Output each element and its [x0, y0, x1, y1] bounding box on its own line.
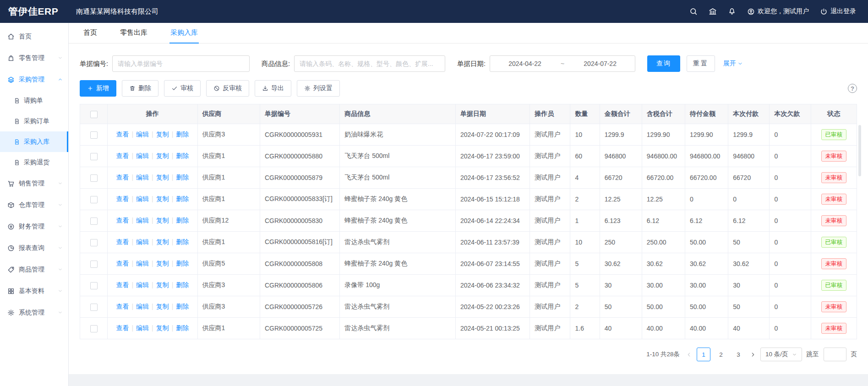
row-checkbox[interactable]: [90, 131, 98, 139]
delete-link[interactable]: 删除: [176, 174, 189, 181]
tab-retail-outbound[interactable]: 零售出库: [119, 23, 148, 43]
prev-page-icon[interactable]: [686, 352, 692, 358]
edit-link[interactable]: 编辑: [136, 152, 149, 159]
sidebar-item-sales-mgmt[interactable]: 销售管理: [0, 173, 68, 194]
sidebar-item-basic-data[interactable]: 基本资料: [0, 280, 68, 302]
button-label: 导出: [271, 84, 284, 92]
page-button-3[interactable]: 3: [732, 348, 745, 361]
add-button[interactable]: 新增: [80, 80, 116, 97]
unaudit-button[interactable]: 反审核: [206, 80, 249, 97]
search-icon[interactable]: [689, 7, 698, 16]
sidebar-item-finance-mgmt[interactable]: 财务管理: [0, 216, 68, 237]
copy-link[interactable]: 复制: [156, 195, 169, 202]
delete-link[interactable]: 删除: [176, 130, 189, 138]
view-link[interactable]: 查看: [116, 152, 129, 159]
edit-link[interactable]: 编辑: [136, 174, 149, 181]
row-checkbox[interactable]: [90, 261, 98, 268]
sidebar-item-report-query[interactable]: 报表查询: [0, 237, 68, 259]
logout-button[interactable]: 退出登录: [820, 7, 856, 16]
edit-link[interactable]: 编辑: [136, 195, 149, 202]
copy-link[interactable]: 复制: [156, 238, 169, 245]
reset-button[interactable]: 重置: [687, 55, 715, 72]
sidebar-item-purchase-order[interactable]: 采购订单: [0, 111, 68, 131]
edit-link[interactable]: 编辑: [136, 303, 149, 310]
delete-link[interactable]: 删除: [176, 281, 189, 288]
delete-link[interactable]: 删除: [176, 303, 189, 310]
row-checkbox[interactable]: [90, 239, 98, 246]
copy-link[interactable]: 复制: [156, 260, 169, 267]
cell-tax-total: 250.00: [642, 232, 685, 253]
delete-link[interactable]: 删除: [176, 217, 189, 224]
sidebar-item-home[interactable]: 首页: [0, 26, 68, 47]
power-icon: [820, 8, 828, 16]
sidebar-item-warehouse-mgmt[interactable]: 仓库管理: [0, 194, 68, 216]
view-link[interactable]: 查看: [116, 217, 129, 224]
view-link[interactable]: 查看: [116, 260, 129, 267]
date-from[interactable]: 2024-04-22: [490, 60, 560, 67]
copy-link[interactable]: 复制: [156, 152, 169, 159]
bank-icon[interactable]: [709, 7, 717, 16]
bell-icon[interactable]: [728, 7, 736, 16]
sidebar-item-purchase-request[interactable]: 请购单: [0, 90, 68, 111]
view-link[interactable]: 查看: [116, 324, 129, 332]
page-button-1[interactable]: 1: [697, 348, 710, 361]
row-checkbox[interactable]: [90, 217, 98, 225]
edit-link[interactable]: 编辑: [136, 130, 149, 138]
view-link[interactable]: 查看: [116, 130, 129, 138]
copy-link[interactable]: 复制: [156, 281, 169, 288]
row-checkbox[interactable]: [90, 304, 98, 311]
column-settings-button[interactable]: 列设置: [297, 80, 340, 97]
sidebar-item-system-mgmt[interactable]: 系统管理: [0, 302, 68, 323]
sidebar-item-goods-mgmt[interactable]: 商品管理: [0, 259, 68, 280]
page-size-select[interactable]: 10 条/页: [760, 348, 802, 361]
cell-debt: 0: [770, 275, 811, 296]
welcome-user[interactable]: 欢迎您，测试用户: [747, 7, 809, 16]
delete-link[interactable]: 删除: [176, 195, 189, 202]
edit-link[interactable]: 编辑: [136, 238, 149, 245]
sidebar-item-purchase-inbound[interactable]: 采购入库: [0, 131, 68, 152]
row-checkbox[interactable]: [90, 282, 98, 289]
edit-link[interactable]: 编辑: [136, 260, 149, 267]
copy-link[interactable]: 复制: [156, 174, 169, 181]
copy-link[interactable]: 复制: [156, 303, 169, 310]
row-checkbox[interactable]: [90, 196, 98, 203]
view-link[interactable]: 查看: [116, 238, 129, 245]
help-icon[interactable]: ?: [848, 84, 857, 93]
select-all-checkbox[interactable]: [90, 111, 98, 118]
next-page-icon[interactable]: [750, 352, 756, 358]
view-link[interactable]: 查看: [116, 281, 129, 288]
expand-filters-link[interactable]: 展开: [723, 60, 743, 68]
product-info-input[interactable]: [294, 55, 445, 72]
edit-link[interactable]: 编辑: [136, 324, 149, 332]
view-link[interactable]: 查看: [116, 195, 129, 202]
tab-purchase-inbound[interactable]: 采购入库: [169, 23, 199, 43]
tab-home[interactable]: 首页: [82, 23, 98, 43]
delete-link[interactable]: 删除: [176, 260, 189, 267]
cell-date: 2024-06-07 23:14:55: [455, 253, 530, 275]
delete-link[interactable]: 删除: [176, 152, 189, 159]
copy-link[interactable]: 复制: [156, 324, 169, 332]
edit-link[interactable]: 编辑: [136, 281, 149, 288]
sidebar-item-purchase-mgmt[interactable]: 采购管理: [0, 69, 68, 90]
view-link[interactable]: 查看: [116, 174, 129, 181]
page-button-2[interactable]: 2: [714, 348, 728, 361]
copy-link[interactable]: 复制: [156, 217, 169, 224]
row-checkbox[interactable]: [90, 325, 98, 332]
scrollbar-thumb[interactable]: [858, 125, 861, 176]
view-link[interactable]: 查看: [116, 303, 129, 310]
search-button[interactable]: 查询: [647, 55, 680, 72]
delete-button[interactable]: 删除: [122, 80, 158, 97]
audit-button[interactable]: 审核: [164, 80, 201, 97]
sidebar-item-purchase-return[interactable]: 采购退货: [0, 152, 68, 173]
sidebar-item-retail-mgmt[interactable]: 零售管理: [0, 47, 68, 69]
copy-link[interactable]: 复制: [156, 130, 169, 138]
delete-link[interactable]: 删除: [176, 324, 189, 332]
doc-no-input[interactable]: [112, 55, 250, 72]
jump-page-input[interactable]: [824, 348, 846, 361]
row-checkbox[interactable]: [90, 153, 98, 160]
export-button[interactable]: 导出: [255, 80, 291, 97]
edit-link[interactable]: 编辑: [136, 217, 149, 224]
delete-link[interactable]: 删除: [176, 238, 189, 245]
date-to[interactable]: 2024-07-22: [565, 60, 635, 67]
row-checkbox[interactable]: [90, 174, 98, 182]
